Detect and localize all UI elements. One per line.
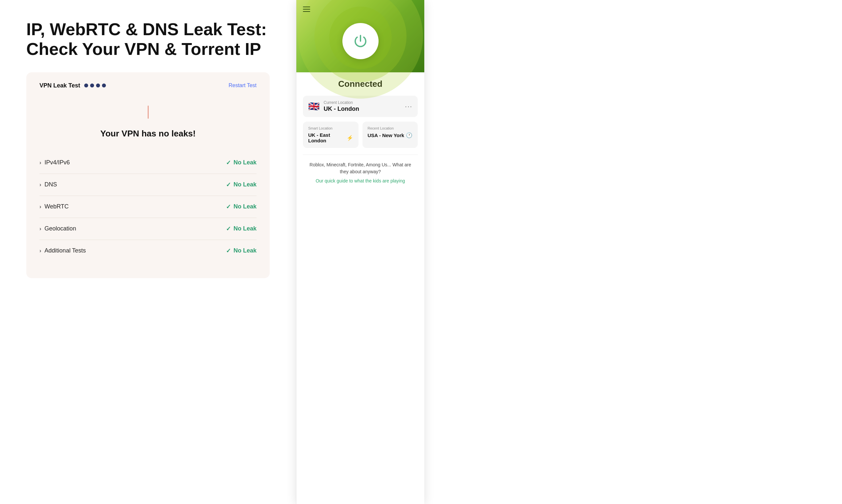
status-label-geo: No Leak [234, 225, 256, 232]
right-panel: Connected 🇬🇧 Current Location UK - Londo… [296, 0, 424, 504]
test-status-webrtc: ✓ No Leak [226, 203, 256, 211]
blog-teaser: Roblox, Minecraft, Fortnite, Among Us...… [303, 155, 418, 190]
current-location-label: Current Location [324, 100, 359, 105]
check-icon-webrtc: ✓ [226, 203, 231, 211]
restart-test-button[interactable]: Restart Test [229, 83, 256, 88]
test-name-dns: DNS [44, 181, 57, 188]
current-location-card[interactable]: 🇬🇧 Current Location UK - London ··· [303, 96, 418, 117]
status-label-webrtc: No Leak [234, 203, 256, 210]
recent-location-row: USA - New York 🕐 [368, 132, 413, 139]
more-options-button[interactable]: ··· [405, 103, 412, 110]
test-result-dns[interactable]: › DNS ✓ No Leak [39, 174, 256, 196]
test-name-geo: Geolocation [44, 225, 76, 232]
test-result-left-add: › Additional Tests [39, 247, 86, 254]
test-status-ipv4: ✓ No Leak [226, 159, 256, 166]
smart-location-label: Smart Location [308, 126, 353, 130]
check-icon-add: ✓ [226, 247, 231, 254]
hamburger-line-2 [303, 9, 310, 10]
status-label-additional: No Leak [234, 247, 256, 254]
page-title: IP, WebRTC & DNS Leak Test: Check Your V… [26, 20, 270, 59]
test-result-left-dns: › DNS [39, 181, 57, 188]
test-result-left-geo: › Geolocation [39, 225, 76, 232]
loading-bar [148, 106, 149, 119]
power-button[interactable] [342, 23, 379, 59]
dot-2 [90, 84, 94, 87]
smart-location-name: UK - East London [308, 132, 347, 143]
chevron-icon-geo: › [39, 226, 41, 232]
chevron-icon: › [39, 160, 41, 166]
leak-test-title-row: VPN Leak Test [39, 82, 106, 89]
dot-1 [84, 84, 88, 87]
test-status-geo: ✓ No Leak [226, 225, 256, 232]
status-label-dns: No Leak [234, 181, 256, 188]
chevron-icon-dns: › [39, 182, 41, 188]
recent-location-label: Recent Location [368, 126, 413, 130]
leak-test-card: VPN Leak Test Restart Test Your VPN has … [26, 72, 270, 278]
test-name-ipv4: IPv4/IPv6 [44, 159, 70, 166]
dot-3 [96, 84, 100, 87]
chevron-icon-add: › [39, 248, 41, 254]
blog-teaser-text: Roblox, Minecraft, Fortnite, Among Us...… [309, 161, 411, 175]
check-icon: ✓ [226, 159, 231, 166]
power-button-container [342, 23, 379, 59]
blog-link[interactable]: Our quick guide to what the kids are pla… [316, 178, 405, 183]
test-result-ipv4[interactable]: › IPv4/IPv6 ✓ No Leak [39, 152, 256, 174]
chevron-icon-webrtc: › [39, 204, 41, 210]
test-result-left-webrtc: › WebRTC [39, 203, 69, 210]
hamburger-menu-button[interactable] [303, 6, 310, 12]
location-text: Current Location UK - London [324, 100, 359, 112]
test-result-webrtc[interactable]: › WebRTC ✓ No Leak [39, 196, 256, 218]
test-status-additional: ✓ No Leak [226, 247, 256, 254]
test-result-geolocation[interactable]: › Geolocation ✓ No Leak [39, 218, 256, 240]
test-results-list: › IPv4/IPv6 ✓ No Leak › DNS ✓ No Leak [39, 152, 256, 262]
lightning-icon: ⚡ [347, 135, 353, 141]
test-name-webrtc: WebRTC [44, 203, 68, 210]
no-leaks-message: Your VPN has no leaks! [39, 129, 256, 139]
hamburger-line-1 [303, 6, 310, 7]
location-options-row: Smart Location UK - East London ⚡ Recent… [303, 122, 418, 148]
hamburger-line-3 [303, 11, 310, 12]
clock-icon: 🕐 [406, 132, 412, 139]
location-info: 🇬🇧 Current Location UK - London [308, 100, 359, 112]
power-icon [352, 33, 369, 49]
vpn-header-bg [296, 0, 424, 72]
check-icon-geo: ✓ [226, 225, 231, 232]
test-result-additional[interactable]: › Additional Tests ✓ No Leak [39, 240, 256, 262]
status-label-ipv4: No Leak [234, 159, 256, 166]
leak-test-title: VPN Leak Test [39, 82, 80, 89]
recent-location-card[interactable]: Recent Location USA - New York 🕐 [362, 122, 418, 148]
recent-location-name: USA - New York [368, 132, 404, 138]
vpn-app: Connected 🇬🇧 Current Location UK - Londo… [296, 0, 424, 504]
smart-location-card[interactable]: Smart Location UK - East London ⚡ [303, 122, 359, 148]
left-panel: IP, WebRTC & DNS Leak Test: Check Your V… [0, 0, 296, 504]
test-status-dns: ✓ No Leak [226, 181, 256, 188]
test-result-left: › IPv4/IPv6 [39, 159, 70, 166]
leak-test-header: VPN Leak Test Restart Test [39, 82, 256, 89]
smart-location-row: UK - East London ⚡ [308, 132, 353, 143]
loading-area [39, 99, 256, 125]
test-name-additional: Additional Tests [44, 247, 86, 254]
dots-row [84, 84, 106, 87]
uk-flag-icon: 🇬🇧 [308, 101, 320, 112]
current-location-name: UK - London [324, 106, 359, 112]
check-icon-dns: ✓ [226, 181, 231, 188]
dot-4 [102, 84, 106, 87]
